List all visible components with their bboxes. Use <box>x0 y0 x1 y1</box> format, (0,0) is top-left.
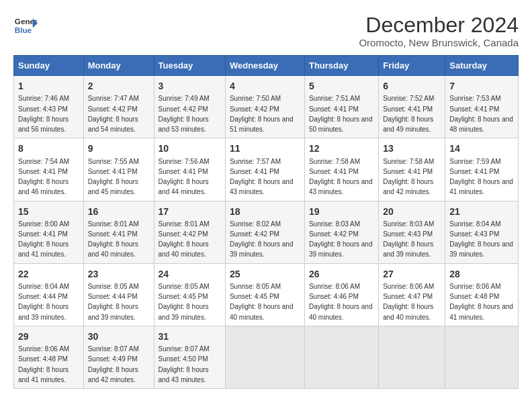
day-number: 16 <box>88 205 150 218</box>
day-number: 18 <box>230 205 300 218</box>
header-saturday: Saturday <box>445 56 519 76</box>
calendar-cell: 20Sunrise: 8:03 AMSunset: 4:43 PMDayligh… <box>379 201 445 263</box>
day-number: 9 <box>88 142 150 155</box>
day-info: Sunrise: 7:56 AMSunset: 4:41 PMDaylight:… <box>159 158 210 196</box>
day-number: 30 <box>88 330 150 343</box>
calendar-cell: 27Sunrise: 8:06 AMSunset: 4:47 PMDayligh… <box>379 263 445 326</box>
day-info: Sunrise: 7:55 AMSunset: 4:41 PMDaylight:… <box>88 158 139 196</box>
day-number: 13 <box>383 142 441 155</box>
day-number: 1 <box>18 79 79 93</box>
day-number: 23 <box>88 267 150 281</box>
day-info: Sunrise: 7:46 AMSunset: 4:43 PMDaylight:… <box>18 95 69 133</box>
day-number: 27 <box>383 267 441 281</box>
calendar-cell <box>445 326 519 388</box>
title-area: December 2024 Oromocto, New Brunswick, C… <box>359 13 519 48</box>
day-info: Sunrise: 8:06 AMSunset: 4:47 PMDaylight:… <box>383 283 434 321</box>
day-info: Sunrise: 7:54 AMSunset: 4:41 PMDaylight:… <box>18 158 69 196</box>
calendar-cell <box>304 326 378 388</box>
day-number: 28 <box>449 267 514 281</box>
day-number: 25 <box>230 267 300 281</box>
calendar-cell: 5Sunrise: 7:51 AMSunset: 4:41 PMDaylight… <box>304 76 378 138</box>
calendar-header-row: SundayMondayTuesdayWednesdayThursdayFrid… <box>14 56 519 76</box>
day-number: 10 <box>159 142 221 155</box>
calendar-cell <box>379 326 445 388</box>
header-wednesday: Wednesday <box>225 56 304 76</box>
day-number: 7 <box>449 79 514 93</box>
day-number: 31 <box>159 330 221 343</box>
day-info: Sunrise: 7:52 AMSunset: 4:41 PMDaylight:… <box>383 95 434 133</box>
day-info: Sunrise: 8:07 AMSunset: 4:49 PMDaylight:… <box>88 345 139 383</box>
calendar-cell: 25Sunrise: 8:05 AMSunset: 4:45 PMDayligh… <box>225 263 304 326</box>
calendar-cell: 2Sunrise: 7:47 AMSunset: 4:42 PMDaylight… <box>83 76 154 138</box>
svg-text:Blue: Blue <box>15 26 32 34</box>
calendar-cell: 14Sunrise: 7:59 AMSunset: 4:41 PMDayligh… <box>445 138 519 201</box>
day-info: Sunrise: 8:03 AMSunset: 4:43 PMDaylight:… <box>383 220 434 259</box>
header-sunday: Sunday <box>14 56 84 76</box>
page-subtitle: Oromocto, New Brunswick, Canada <box>359 37 519 48</box>
calendar-week-0: 1Sunrise: 7:46 AMSunset: 4:43 PMDaylight… <box>14 76 519 138</box>
calendar-week-4: 29Sunrise: 8:06 AMSunset: 4:48 PMDayligh… <box>14 326 519 388</box>
day-info: Sunrise: 7:57 AMSunset: 4:41 PMDaylight:… <box>230 158 294 196</box>
calendar-table: SundayMondayTuesdayWednesdayThursdayFrid… <box>13 55 519 389</box>
page-header: General Blue General Blue December 2024 … <box>13 13 519 48</box>
logo-icon: General Blue <box>13 13 38 38</box>
day-info: Sunrise: 8:06 AMSunset: 4:48 PMDaylight:… <box>18 345 69 383</box>
day-number: 19 <box>309 205 374 218</box>
calendar-cell: 11Sunrise: 7:57 AMSunset: 4:41 PMDayligh… <box>225 138 304 201</box>
day-number: 17 <box>159 205 221 218</box>
calendar-cell: 23Sunrise: 8:05 AMSunset: 4:44 PMDayligh… <box>83 263 154 326</box>
calendar-week-1: 8Sunrise: 7:54 AMSunset: 4:41 PMDaylight… <box>14 138 519 201</box>
day-info: Sunrise: 8:03 AMSunset: 4:42 PMDaylight:… <box>309 220 373 259</box>
day-info: Sunrise: 7:58 AMSunset: 4:41 PMDaylight:… <box>383 158 434 196</box>
day-number: 4 <box>230 79 300 93</box>
calendar-cell: 8Sunrise: 7:54 AMSunset: 4:41 PMDaylight… <box>14 138 84 201</box>
calendar-cell: 19Sunrise: 8:03 AMSunset: 4:42 PMDayligh… <box>304 201 378 263</box>
day-number: 3 <box>159 79 221 93</box>
header-thursday: Thursday <box>304 56 378 76</box>
day-info: Sunrise: 8:02 AMSunset: 4:42 PMDaylight:… <box>230 220 294 259</box>
calendar-cell: 12Sunrise: 7:58 AMSunset: 4:41 PMDayligh… <box>304 138 378 201</box>
calendar-cell <box>225 326 304 388</box>
day-info: Sunrise: 7:47 AMSunset: 4:42 PMDaylight:… <box>88 95 139 133</box>
calendar-cell: 6Sunrise: 7:52 AMSunset: 4:41 PMDaylight… <box>379 76 445 138</box>
day-info: Sunrise: 8:06 AMSunset: 4:48 PMDaylight:… <box>449 283 513 321</box>
day-number: 15 <box>18 205 79 218</box>
header-friday: Friday <box>379 56 445 76</box>
calendar-cell: 13Sunrise: 7:58 AMSunset: 4:41 PMDayligh… <box>379 138 445 201</box>
day-number: 24 <box>159 267 221 281</box>
calendar-cell: 7Sunrise: 7:53 AMSunset: 4:41 PMDaylight… <box>445 76 519 138</box>
calendar-cell: 18Sunrise: 8:02 AMSunset: 4:42 PMDayligh… <box>225 201 304 263</box>
calendar-cell: 31Sunrise: 8:07 AMSunset: 4:50 PMDayligh… <box>154 326 225 388</box>
day-info: Sunrise: 8:01 AMSunset: 4:42 PMDaylight:… <box>159 220 210 259</box>
day-number: 20 <box>383 205 441 218</box>
day-number: 22 <box>18 267 79 281</box>
calendar-cell: 9Sunrise: 7:55 AMSunset: 4:41 PMDaylight… <box>83 138 154 201</box>
calendar-cell: 29Sunrise: 8:06 AMSunset: 4:48 PMDayligh… <box>14 326 84 388</box>
day-info: Sunrise: 8:07 AMSunset: 4:50 PMDaylight:… <box>159 345 210 383</box>
day-info: Sunrise: 8:01 AMSunset: 4:41 PMDaylight:… <box>88 220 139 259</box>
day-number: 12 <box>309 142 374 155</box>
day-number: 5 <box>309 79 374 93</box>
calendar-week-2: 15Sunrise: 8:00 AMSunset: 4:41 PMDayligh… <box>14 201 519 263</box>
day-info: Sunrise: 7:59 AMSunset: 4:41 PMDaylight:… <box>449 158 513 196</box>
day-info: Sunrise: 8:00 AMSunset: 4:41 PMDaylight:… <box>18 220 69 259</box>
day-number: 2 <box>88 79 150 93</box>
day-info: Sunrise: 7:49 AMSunset: 4:42 PMDaylight:… <box>159 95 210 133</box>
day-number: 29 <box>18 330 79 343</box>
day-number: 21 <box>449 205 514 218</box>
day-info: Sunrise: 8:04 AMSunset: 4:44 PMDaylight:… <box>18 283 69 321</box>
calendar-cell: 22Sunrise: 8:04 AMSunset: 4:44 PMDayligh… <box>14 263 84 326</box>
day-info: Sunrise: 7:51 AMSunset: 4:41 PMDaylight:… <box>309 95 373 133</box>
calendar-week-3: 22Sunrise: 8:04 AMSunset: 4:44 PMDayligh… <box>14 263 519 326</box>
calendar-cell: 3Sunrise: 7:49 AMSunset: 4:42 PMDaylight… <box>154 76 225 138</box>
day-info: Sunrise: 8:04 AMSunset: 4:43 PMDaylight:… <box>449 220 513 259</box>
calendar-cell: 15Sunrise: 8:00 AMSunset: 4:41 PMDayligh… <box>14 201 84 263</box>
day-info: Sunrise: 7:50 AMSunset: 4:42 PMDaylight:… <box>230 95 294 133</box>
day-info: Sunrise: 8:05 AMSunset: 4:45 PMDaylight:… <box>230 283 294 321</box>
day-number: 6 <box>383 79 441 93</box>
calendar-cell: 10Sunrise: 7:56 AMSunset: 4:41 PMDayligh… <box>154 138 225 201</box>
calendar-cell: 1Sunrise: 7:46 AMSunset: 4:43 PMDaylight… <box>14 76 84 138</box>
day-info: Sunrise: 8:06 AMSunset: 4:46 PMDaylight:… <box>309 283 373 321</box>
day-info: Sunrise: 7:58 AMSunset: 4:41 PMDaylight:… <box>309 158 373 196</box>
page-title: December 2024 <box>359 13 519 37</box>
